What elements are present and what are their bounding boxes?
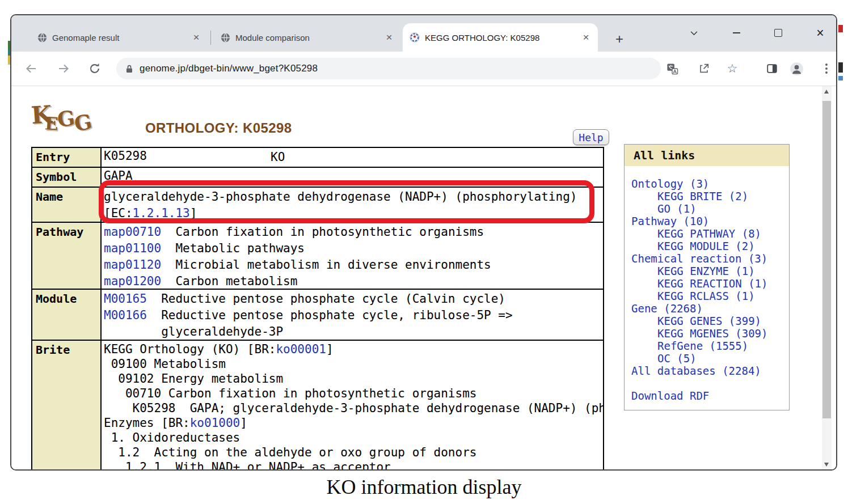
db-link[interactable]: Chemical reaction (3) (631, 252, 767, 265)
module-id-link[interactable]: M00166 (104, 308, 147, 322)
brite-text: 1.2 Acting on the aldehyde or oxo group … (104, 446, 476, 459)
pathway-row: Pathway map00710 Carbon fixation in phot… (32, 223, 603, 290)
db-link[interactable]: Gene (2268) (631, 302, 703, 315)
brite-line: 09102 Energy metabolism (104, 371, 603, 386)
ko-entry-table: Entry K05298 KO Symbol GAPA Name glycera… (31, 147, 604, 470)
brite-br-link[interactable]: ko00001 (276, 342, 326, 356)
db-link[interactable]: Ontology (3) (631, 177, 709, 190)
db-link[interactable]: All databases (2284) (631, 365, 761, 377)
minimize-icon (733, 32, 740, 33)
brite-text: K05298 GAPA; glyceraldehyde-3-phosphate … (104, 401, 603, 415)
name-text: glyceraldehyde-3-phosphate dehydrogenase… (104, 189, 603, 205)
module-line: M00165 Reductive pentose phosphate cycle… (104, 291, 603, 307)
side-panel-button[interactable] (765, 61, 779, 76)
pathway-map-link[interactable]: map01200 (104, 274, 161, 288)
tab-kegg-orthology-active[interactable]: KEGG ORTHOLOGY: K05298 × (403, 23, 598, 52)
forward-button[interactable] (56, 61, 71, 76)
db-link[interactable]: KEGG RCLASS (1) (657, 290, 755, 302)
all-links-item: KEGG RCLASS (1) (631, 290, 789, 302)
scroll-up-arrow-icon[interactable] (824, 90, 829, 94)
brite-line: KEGG Orthology (KO) [BR:ko00001] (104, 342, 603, 357)
translate-button[interactable] (665, 61, 680, 76)
tab-module-comparison[interactable]: Module comparison × (214, 23, 401, 52)
scrollbar-thumb[interactable] (822, 101, 831, 418)
all-links-item: All databases (2284) (631, 365, 789, 377)
db-link[interactable]: Pathway (10) (631, 215, 709, 227)
maximize-button[interactable] (770, 24, 787, 41)
all-links-item: Chemical reaction (3) (631, 252, 789, 265)
name-row: Name glyceraldehyde-3-phosphate dehydrog… (32, 188, 603, 223)
kegg-page: K E G G ORTHOLOGY: K05298 Help Entry K05… (11, 86, 836, 470)
module-id-link[interactable]: M00165 (104, 292, 147, 306)
db-link[interactable]: KEGG ENZYME (1) (657, 265, 755, 277)
share-icon (698, 62, 710, 75)
tab-genomaple-result[interactable]: Genomaple result × (31, 23, 208, 52)
tab-title: Module comparison (235, 33, 378, 43)
back-button[interactable] (24, 61, 39, 76)
spacer (631, 377, 789, 389)
module-text: Reductive pentose phosphate cycle, ribul… (147, 308, 513, 322)
scroll-down-arrow-icon[interactable] (824, 463, 829, 467)
new-tab-button[interactable]: + (611, 31, 627, 47)
pathway-map-link[interactable]: map01100 (104, 242, 161, 255)
all-links-panel: All links Ontology (3)KEGG BRITE (2)GO (… (624, 144, 790, 410)
maximize-icon (774, 29, 782, 37)
brite-text: 00710 Carbon fixation in photosynthetic … (104, 387, 476, 400)
all-links-item: KEGG MGENES (309) (631, 327, 789, 340)
tab-strip: Genomaple result × Module comparison × (11, 15, 836, 52)
all-links-item: Pathway (10) (631, 215, 789, 227)
db-link[interactable]: KEGG GENES (399) (657, 315, 761, 327)
db-link[interactable]: KEGG MGENES (309) (657, 327, 767, 340)
kegg-logo: K E G G (31, 103, 94, 141)
globe-icon (221, 33, 230, 43)
db-link[interactable]: KEGG BRITE (2) (657, 190, 748, 202)
brite-text: ] (326, 342, 334, 356)
symbol-cell: GAPA (102, 168, 603, 187)
bookmark-star-button[interactable]: ☆ (725, 61, 740, 76)
download-rdf-link[interactable]: Download RDF (631, 389, 709, 402)
close-window-button[interactable]: × (812, 24, 829, 41)
tab-title: Genomaple result (52, 33, 185, 43)
all-links-item: KEGG ENZYME (1) (631, 265, 789, 277)
brite-br-link[interactable]: ko01000 (190, 416, 241, 430)
db-link[interactable]: GO (1) (657, 202, 697, 215)
page-scrollbar[interactable] (822, 86, 832, 470)
db-link[interactable]: KEGG MODULE (2) (657, 240, 755, 252)
all-links-item: RefGene (1555) (631, 340, 789, 352)
browser-menu-button[interactable] (819, 61, 834, 76)
profile-avatar[interactable] (789, 61, 804, 76)
brite-row: Brite KEGG Orthology (KO) [BR:ko00001] 0… (32, 341, 603, 470)
reload-button[interactable] (87, 61, 102, 76)
minimize-button[interactable] (728, 24, 745, 41)
figure-caption: KO information display (0, 475, 848, 499)
translate-icon (666, 62, 679, 75)
db-link[interactable]: RefGene (1555) (657, 340, 748, 352)
module-label: Module (32, 290, 102, 340)
window-menu-chevron[interactable] (685, 24, 702, 41)
pathway-map-link[interactable]: map00710 (104, 225, 161, 239)
all-links-item: KEGG REACTION (1) (631, 277, 789, 290)
module-row: Module M00165 Reductive pentose phosphat… (32, 290, 603, 341)
pathway-label: Pathway (32, 223, 102, 289)
tab-close-icon[interactable]: × (191, 32, 201, 43)
brite-line: 09100 Metabolism (104, 357, 603, 371)
db-link[interactable]: KEGG REACTION (1) (657, 277, 767, 290)
brite-line: 1.2.1 With NAD+ or NADP+ as acceptor (104, 460, 603, 470)
tab-close-icon[interactable]: × (384, 32, 394, 43)
share-button[interactable] (697, 61, 711, 76)
ec-number-link[interactable]: 1.2.1.13 (133, 206, 190, 220)
all-links-item: KEGG BRITE (2) (631, 190, 789, 202)
help-button[interactable]: Help (573, 129, 609, 145)
tab-close-icon[interactable]: × (581, 32, 591, 43)
download-rdf-item: Download RDF (631, 389, 789, 402)
db-link[interactable]: KEGG PATHWAY (8) (657, 227, 761, 240)
globe-icon (37, 33, 47, 43)
pathway-text: Metabolic pathways (161, 242, 305, 255)
brite-text: 1.2.1 With NAD+ or NADP+ as acceptor (104, 460, 391, 470)
brite-line: Enzymes [BR:ko01000] (104, 416, 603, 430)
side-panel-icon (766, 62, 778, 75)
pathway-map-link[interactable]: map01120 (104, 258, 161, 272)
address-bar[interactable]: genome.jp/dbget-bin/www_bget?K05298 (116, 58, 661, 79)
all-links-item: Ontology (3) (631, 177, 789, 190)
db-link[interactable]: OC (5) (657, 352, 697, 365)
